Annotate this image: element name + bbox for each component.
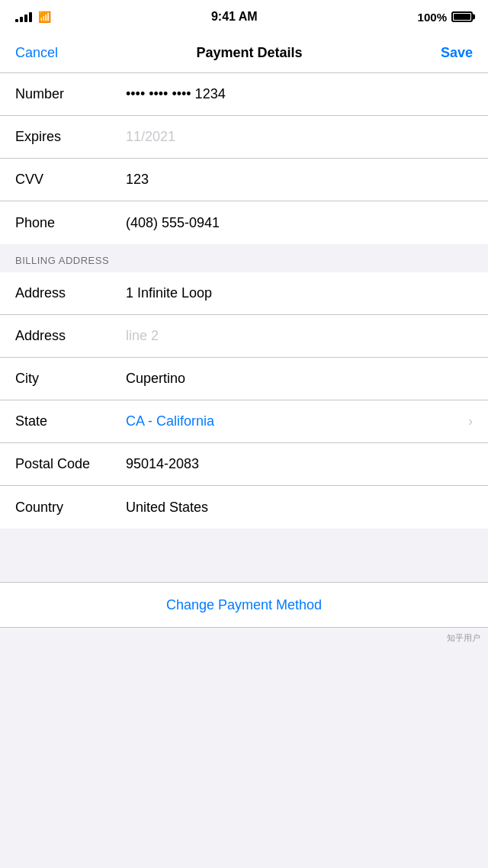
chevron-right-icon: › bbox=[468, 413, 473, 429]
postal-value[interactable]: 95014-2083 bbox=[126, 456, 473, 472]
billing-section: Address 1 Infinite Loop Address line 2 C… bbox=[0, 272, 488, 529]
city-label: City bbox=[15, 371, 126, 387]
expires-row: Expires 11/2021 bbox=[0, 116, 488, 159]
status-time: 9:41 AM bbox=[211, 10, 258, 24]
status-bar: 📶 9:41 AM 100% bbox=[0, 0, 488, 34]
number-label: Number bbox=[15, 86, 126, 102]
expires-label: Expires bbox=[15, 129, 126, 145]
address1-label: Address bbox=[15, 285, 126, 301]
country-value[interactable]: United States bbox=[126, 500, 473, 516]
address1-row: Address 1 Infinite Loop bbox=[0, 272, 488, 315]
state-label: State bbox=[15, 413, 126, 429]
cvv-label: CVV bbox=[15, 172, 126, 188]
change-payment-button[interactable]: Change Payment Method bbox=[166, 597, 322, 613]
postal-row: Postal Code 95014-2083 bbox=[0, 443, 488, 486]
address2-value[interactable]: line 2 bbox=[126, 328, 473, 344]
cvv-value[interactable]: 123 bbox=[126, 172, 473, 188]
phone-value[interactable]: (408) 555-0941 bbox=[126, 215, 473, 231]
expires-value[interactable]: 11/2021 bbox=[126, 129, 473, 145]
page-title: Payment Details bbox=[196, 45, 302, 61]
bottom-spacer bbox=[0, 529, 488, 582]
save-button[interactable]: Save bbox=[441, 45, 473, 61]
watermark: 知乎用户 bbox=[0, 628, 488, 648]
country-row: Country United States bbox=[0, 486, 488, 529]
number-value[interactable]: •••• •••• •••• 1234 bbox=[126, 86, 473, 102]
phone-row: Phone (408) 555-0941 bbox=[0, 201, 488, 244]
cancel-button[interactable]: Cancel bbox=[15, 45, 58, 61]
status-right: 100% bbox=[418, 11, 473, 24]
battery-icon bbox=[451, 11, 473, 22]
billing-section-header: BILLING ADDRESS bbox=[0, 244, 488, 272]
cvv-row: CVV 123 bbox=[0, 159, 488, 201]
address2-label: Address bbox=[15, 328, 126, 344]
city-row: City Cupertino bbox=[0, 358, 488, 400]
payment-section: Number •••• •••• •••• 1234 Expires 11/20… bbox=[0, 73, 488, 244]
state-row-left: State CA - California bbox=[15, 413, 214, 429]
number-row: Number •••• •••• •••• 1234 bbox=[0, 73, 488, 116]
address1-value[interactable]: 1 Infinite Loop bbox=[126, 285, 473, 301]
status-left: 📶 bbox=[15, 11, 51, 23]
battery-percent: 100% bbox=[418, 11, 447, 24]
phone-label: Phone bbox=[15, 215, 126, 231]
signal-icon bbox=[15, 11, 32, 22]
wifi-icon: 📶 bbox=[38, 11, 51, 23]
address2-row: Address line 2 bbox=[0, 315, 488, 358]
country-label: Country bbox=[15, 500, 126, 516]
postal-label: Postal Code bbox=[15, 456, 126, 472]
navigation-bar: Cancel Payment Details Save bbox=[0, 34, 488, 73]
city-value[interactable]: Cupertino bbox=[126, 371, 473, 387]
bottom-action-area: Change Payment Method bbox=[0, 582, 488, 628]
state-row[interactable]: State CA - California › bbox=[0, 400, 488, 443]
state-value: CA - California bbox=[126, 413, 214, 429]
